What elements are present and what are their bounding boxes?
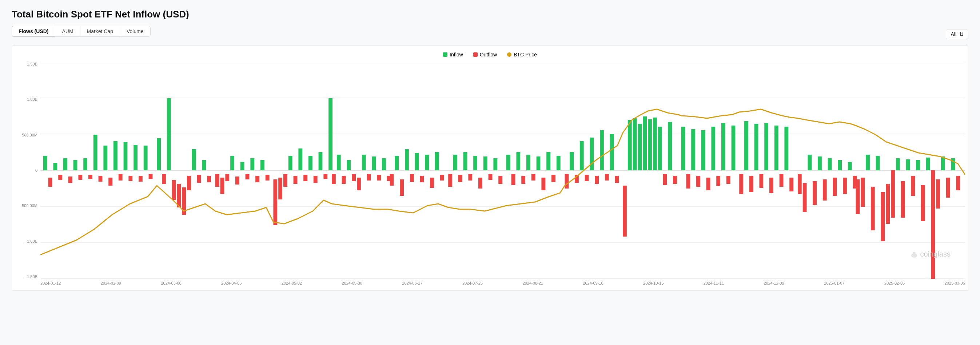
svg-rect-24 (129, 176, 132, 181)
svg-rect-130 (681, 127, 685, 170)
svg-rect-12 (68, 177, 72, 183)
svg-rect-57 (303, 175, 307, 181)
svg-rect-10 (58, 175, 62, 180)
svg-rect-149 (780, 174, 784, 187)
svg-rect-79 (410, 174, 414, 182)
svg-rect-76 (395, 156, 399, 170)
chart-container: Inflow Outflow BTC Price 1.50B 1.00B 500… (12, 45, 968, 291)
tab-flows[interactable]: Flows (USD) (12, 26, 55, 37)
svg-rect-132 (691, 129, 695, 170)
svg-rect-172 (896, 158, 900, 170)
svg-rect-169 (881, 192, 885, 241)
svg-rect-148 (775, 126, 778, 170)
svg-rect-45 (240, 162, 245, 170)
svg-rect-27 (144, 145, 148, 170)
svg-rect-91 (473, 156, 477, 170)
svg-rect-118 (615, 176, 619, 183)
svg-rect-86 (448, 174, 452, 187)
svg-rect-103 (536, 157, 541, 170)
legend-inflow: Inflow (443, 52, 463, 58)
svg-rect-52 (278, 177, 282, 200)
svg-rect-96 (498, 176, 503, 184)
svg-rect-115 (600, 130, 604, 170)
svg-rect-165 (861, 177, 865, 207)
svg-rect-84 (435, 152, 439, 170)
range-selector[interactable]: All ⇅ (946, 29, 968, 39)
svg-rect-14 (78, 175, 82, 180)
svg-rect-146 (764, 123, 768, 170)
tab-aum[interactable]: AUM (55, 26, 80, 37)
svg-rect-8 (48, 177, 52, 187)
svg-rect-65 (342, 176, 346, 184)
svg-rect-171 (891, 170, 895, 218)
svg-rect-82 (425, 155, 429, 170)
svg-rect-69 (362, 155, 366, 170)
svg-rect-123 (643, 117, 647, 170)
svg-rect-53 (283, 174, 287, 187)
svg-rect-108 (565, 174, 569, 188)
svg-rect-28 (149, 174, 153, 179)
svg-rect-141 (739, 174, 743, 194)
svg-rect-72 (377, 175, 381, 180)
svg-rect-112 (585, 175, 589, 181)
svg-rect-37 (197, 175, 201, 183)
svg-rect-21 (113, 141, 118, 170)
svg-rect-60 (319, 152, 323, 170)
svg-rect-48 (255, 176, 259, 182)
svg-rect-181 (941, 157, 945, 170)
svg-rect-101 (527, 155, 530, 170)
legend-outflow: Outflow (473, 52, 497, 58)
svg-rect-62 (328, 98, 332, 170)
svg-rect-64 (337, 155, 341, 170)
svg-rect-176 (916, 160, 920, 170)
tab-volume[interactable]: Volume (120, 26, 151, 37)
svg-rect-81 (420, 176, 424, 182)
svg-rect-39 (207, 176, 211, 182)
svg-rect-22 (119, 174, 123, 180)
tab-marketcap[interactable]: Market Cap (80, 26, 120, 37)
inflow-dot (443, 53, 447, 57)
svg-rect-178 (926, 158, 930, 170)
svg-rect-92 (478, 177, 482, 188)
svg-rect-54 (288, 156, 293, 170)
svg-rect-33 (177, 184, 181, 208)
svg-rect-158 (828, 158, 832, 170)
svg-rect-7 (43, 156, 47, 170)
svg-rect-71 (372, 157, 376, 170)
svg-rect-131 (686, 174, 690, 188)
svg-rect-144 (754, 124, 759, 170)
svg-rect-138 (721, 123, 725, 170)
svg-rect-106 (552, 175, 555, 182)
svg-rect-150 (784, 127, 788, 170)
svg-rect-180 (936, 179, 940, 209)
legend: Inflow Outflow BTC Price (15, 52, 965, 58)
svg-rect-17 (94, 135, 97, 170)
svg-rect-107 (557, 156, 561, 170)
svg-rect-38 (202, 160, 206, 170)
svg-rect-162 (848, 162, 852, 170)
svg-rect-55 (294, 176, 298, 184)
y-axis: 1.50B 1.00B 500.00M 0 -500.00M -1.00B -1… (15, 62, 40, 288)
svg-rect-134 (702, 130, 705, 170)
svg-rect-85 (440, 175, 444, 180)
svg-rect-73 (382, 158, 386, 170)
svg-rect-133 (696, 176, 700, 187)
svg-rect-70 (367, 174, 371, 180)
svg-rect-168 (876, 156, 880, 170)
svg-rect-127 (663, 174, 667, 185)
svg-rect-154 (808, 155, 811, 170)
svg-rect-166 (866, 155, 870, 170)
svg-rect-153 (803, 183, 807, 212)
svg-rect-18 (99, 176, 103, 182)
svg-rect-104 (541, 177, 545, 190)
svg-rect-13 (73, 160, 78, 170)
svg-rect-59 (313, 176, 318, 183)
svg-rect-116 (605, 174, 609, 180)
svg-rect-174 (906, 160, 910, 170)
svg-rect-139 (727, 176, 730, 184)
legend-btcprice: BTC Price (507, 52, 537, 58)
svg-rect-9 (53, 163, 57, 170)
svg-rect-19 (103, 145, 107, 170)
svg-rect-68 (357, 177, 361, 190)
svg-rect-160 (838, 160, 842, 170)
